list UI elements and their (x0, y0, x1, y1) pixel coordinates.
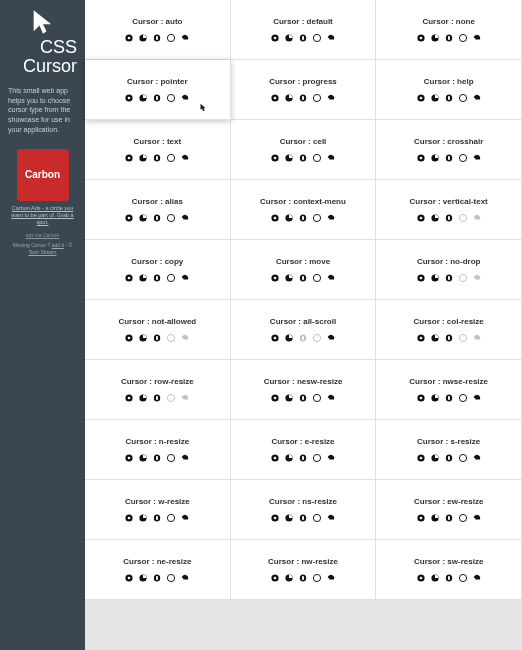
opera-icon (445, 34, 453, 42)
ad-label: Carbon (25, 169, 60, 180)
cursor-cell[interactable]: Cursor : e-resize (231, 420, 377, 480)
safari-icon (167, 154, 175, 162)
cursor-cell[interactable]: Cursor : w-resize (85, 480, 231, 540)
cursor-cell[interactable]: Cursor : sw-resize (376, 540, 522, 600)
svg-point-172 (302, 576, 304, 580)
browser-support-row (271, 274, 335, 282)
ie-icon (473, 394, 481, 402)
svg-point-115 (274, 397, 277, 400)
footer-add-link[interactable]: add it (52, 242, 64, 248)
cursor-cell[interactable]: Cursor : move (231, 240, 377, 300)
ad-caption[interactable]: Carbon Ads - a circle you want to be par… (4, 205, 81, 226)
opera-icon (445, 394, 453, 402)
title-line2: Cursor (23, 56, 77, 76)
svg-point-160 (448, 516, 450, 520)
browser-support-row (417, 214, 481, 222)
cursor-cell[interactable]: Cursor : none (376, 0, 522, 60)
cursor-cell[interactable]: Cursor : nesw-resize (231, 360, 377, 420)
svg-point-173 (313, 574, 320, 581)
carbon-ad[interactable]: Carbon (17, 149, 69, 201)
svg-point-7 (274, 37, 277, 40)
browser-support-row (271, 334, 335, 342)
opera-icon (445, 574, 453, 582)
chrome-icon (125, 514, 133, 522)
cursor-label: Cursor : move (276, 257, 330, 266)
cursor-cell[interactable]: Cursor : alias (85, 180, 231, 240)
chrome-icon (271, 334, 279, 342)
browser-support-row (271, 514, 335, 522)
svg-point-40 (156, 156, 158, 160)
browser-support-row (417, 514, 481, 522)
cursor-cell[interactable]: Cursor : ne-resize (85, 540, 231, 600)
opera-icon (153, 274, 161, 282)
firefox-icon (431, 154, 439, 162)
svg-point-145 (128, 517, 131, 520)
svg-point-70 (448, 216, 450, 220)
svg-point-25 (274, 97, 277, 100)
cursor-cell[interactable]: Cursor : context-menu (231, 180, 377, 240)
cursor-cell[interactable]: Cursor : no-drop (376, 240, 522, 300)
svg-point-103 (419, 337, 422, 340)
svg-point-163 (128, 577, 131, 580)
opera-icon (153, 34, 161, 42)
cursor-label: Cursor : copy (131, 257, 183, 266)
cursor-cell[interactable]: Cursor : crosshair (376, 120, 522, 180)
svg-point-169 (274, 577, 277, 580)
firefox-icon (139, 154, 147, 162)
svg-point-73 (128, 277, 131, 280)
ie-icon (181, 274, 189, 282)
cursor-cell[interactable]: Cursor : nw-resize (231, 540, 377, 600)
cursor-label: Cursor : context-menu (260, 197, 346, 206)
cursor-cell[interactable]: Cursor : help (376, 60, 522, 120)
cursor-cell[interactable]: Cursor : all-scroll (231, 300, 377, 360)
footer-dash: - © (65, 242, 72, 248)
ie-icon (473, 34, 481, 42)
safari-icon (459, 394, 467, 402)
safari-icon (313, 454, 321, 462)
cursor-cell[interactable]: Cursor : pointer (85, 60, 231, 120)
cursor-grid: Cursor : autoCursor : defaultCursor : no… (85, 0, 522, 650)
firefox-icon (285, 154, 293, 162)
cursor-cell[interactable]: Cursor : copy (85, 240, 231, 300)
cursor-cell[interactable]: Cursor : row-resize (85, 360, 231, 420)
ad-via-link[interactable]: ads via Carbon (26, 232, 60, 238)
cursor-cell[interactable]: Cursor : ns-resize (231, 480, 377, 540)
svg-point-178 (448, 576, 450, 580)
footer-author-link[interactable]: Tech Stream (28, 249, 56, 255)
browser-support-row (125, 394, 189, 402)
svg-point-64 (302, 216, 304, 220)
cursor-label: Cursor : nwse-resize (409, 377, 488, 386)
svg-point-76 (156, 276, 158, 280)
chrome-icon (125, 214, 133, 222)
svg-point-100 (302, 336, 304, 340)
firefox-icon (139, 214, 147, 222)
cursor-cell[interactable]: Cursor : cell (231, 120, 377, 180)
chrome-icon (417, 574, 425, 582)
svg-point-136 (302, 456, 304, 460)
firefox-icon (431, 274, 439, 282)
cursor-cell[interactable]: Cursor : progress (231, 60, 377, 120)
firefox-icon (285, 574, 293, 582)
cursor-cell[interactable]: Cursor : vertical-text (376, 180, 522, 240)
opera-icon (299, 394, 307, 402)
cursor-cell[interactable]: Cursor : nwse-resize (376, 360, 522, 420)
cursor-cell[interactable]: Cursor : n-resize (85, 420, 231, 480)
cursor-cell[interactable]: Cursor : text (85, 120, 231, 180)
safari-icon (459, 94, 467, 102)
cursor-label: Cursor : help (424, 77, 474, 86)
safari-icon (313, 274, 321, 282)
cursor-cell[interactable]: Cursor : s-resize (376, 420, 522, 480)
cursor-cell[interactable]: Cursor : default (231, 0, 377, 60)
ie-icon (327, 274, 335, 282)
svg-point-109 (128, 397, 131, 400)
safari-icon (459, 274, 467, 282)
svg-point-41 (168, 154, 175, 161)
cursor-cell[interactable]: Cursor : auto (85, 0, 231, 60)
cursor-cell[interactable]: Cursor : ew-resize (376, 480, 522, 540)
cursor-cell[interactable]: Cursor : col-resize (376, 300, 522, 360)
chrome-icon (125, 454, 133, 462)
cursor-cell[interactable]: Cursor : not-allowed (85, 300, 231, 360)
chrome-icon (271, 514, 279, 522)
svg-point-112 (156, 396, 158, 400)
firefox-icon (139, 454, 147, 462)
